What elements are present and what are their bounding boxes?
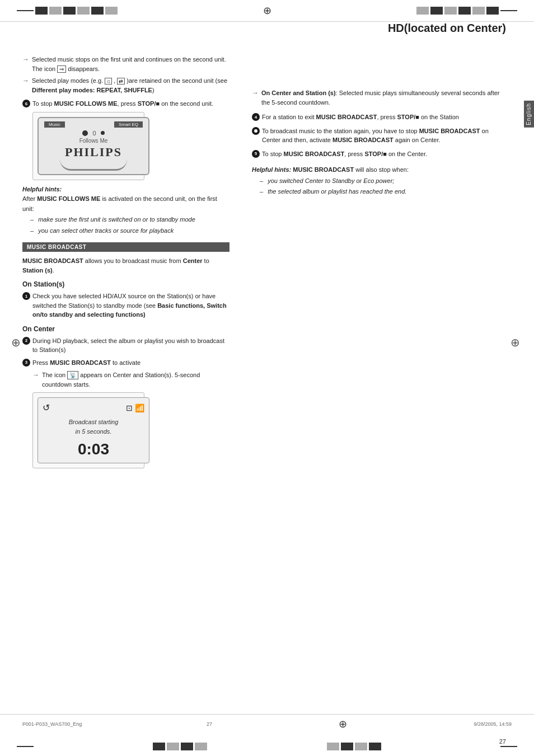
step-6-bold: MUSIC FOLLOWS ME: [54, 100, 118, 107]
arrow-symbol-2: →: [22, 77, 29, 84]
broadcast-from: Center: [183, 257, 203, 264]
broadcast-text-line1: Broadcast starting: [69, 419, 119, 425]
step-4-bold: MUSIC BROADCAST: [316, 114, 377, 120]
step-5-stop: STOP/: [364, 151, 383, 157]
broadcast-signal-icon: 📶: [135, 403, 144, 412]
dash2-2: –: [260, 187, 263, 197]
step-3-arrow-sub: → The icon 📡 appears on Center and Stati…: [32, 370, 229, 389]
step-6-circle: 6: [22, 100, 30, 107]
top-decorative-bar: ⊕: [0, 0, 534, 22]
broadcast-again-dot-inner: [254, 129, 257, 133]
step-5-text: To stop MUSIC BROADCAST, press STOP/■ on…: [262, 149, 506, 159]
step-5-circle: 5: [252, 150, 260, 158]
bottom-block-r1: [327, 743, 339, 750]
step-3: 3 Press MUSIC BROADCAST to activate: [22, 358, 229, 368]
hint2-sub-1-text: you switched Center to Standby or Eco po…: [268, 176, 394, 186]
compass-icon-top-center: ⊕: [261, 4, 273, 17]
bottom-block-r2: [341, 743, 353, 750]
hint2-sub-1: – you switched Center to Standby or Eco …: [260, 176, 506, 186]
display-dot-number: 0: [92, 130, 96, 137]
broadcast-again-dot: [252, 127, 260, 135]
step-4-stop: STOP/■: [397, 114, 419, 120]
bar-block-r4: [458, 7, 471, 15]
step-1-circle: 1: [22, 292, 30, 300]
arrow-bullet-1-text: Selected music stops on the first unit a…: [32, 55, 229, 73]
step-3-arrow-text: The icon 📡 appears on Center and Station…: [42, 370, 229, 389]
bottom-bar-blocks-right: [327, 743, 381, 750]
bottom-block-1: [153, 743, 165, 750]
broadcast-to: Station (s): [22, 267, 53, 274]
broadcast-display-box: ↺ ⊡ 📶 Broadcast starting in 5 seconds. 0…: [32, 392, 144, 468]
philips-display: Music Smart EQ 0 Follows Me PHILIPS: [38, 117, 149, 175]
shuffle-mode-icon: ⇄: [117, 78, 125, 84]
on-center-station-bold: On Center and Station (s): [261, 90, 336, 96]
bar-block-3: [63, 7, 76, 15]
step-3-circle: 3: [22, 359, 30, 367]
step-2-circle: 2: [22, 337, 30, 345]
top-bar-left: [17, 7, 118, 15]
step-3-bold: MUSIC BROADCAST: [50, 359, 111, 366]
bottom-line-left: [17, 746, 34, 747]
arrow-bullet-2: → Selected play modes (e.g. ♫ , ⇄ )are r…: [22, 76, 229, 95]
bottom-decorative-bar: [0, 743, 534, 750]
broadcast-text-line2: in 5 seconds.: [76, 428, 112, 435]
bar-block-r5: [472, 7, 485, 15]
step-6: 6 To stop MUSIC FOLLOWS ME, press STOP/■…: [22, 99, 229, 109]
arrow-bullet-2-bold: Different play modes: REPEAT, SHUFFLE: [32, 87, 152, 93]
music-tab: Music: [44, 121, 65, 128]
compass-icon-right: ⊕: [510, 336, 520, 349]
helpful-hints-title-2: Helpful hints:: [252, 166, 291, 173]
display-dot-left: [82, 130, 88, 136]
arrow-bullet-1: → Selected music stops on the first unit…: [22, 55, 229, 73]
hint-sub-2-text: you can select other tracks or source fo…: [38, 226, 174, 236]
bottom-block-2: [167, 743, 179, 750]
right-arrow-1-text: On Center and Station (s): Selected musi…: [261, 88, 506, 107]
broadcast-cycle-icon: ↺: [43, 402, 50, 413]
top-bar-right: [416, 7, 517, 15]
broadcast-antenna-icon: 📡: [67, 371, 78, 379]
top-line-right: [500, 10, 517, 11]
bar-block-r3: [444, 7, 457, 15]
right-arrow-symbol-1: →: [252, 89, 259, 97]
arrow-symbol-1: →: [22, 55, 29, 63]
arrow-bullet-2-text: Selected play modes (e.g. ♫ , ⇄ )are ret…: [32, 76, 229, 95]
bar-block-r2: [430, 7, 443, 15]
hint-sub-2: – you can select other tracks or source …: [30, 226, 229, 236]
dash-1: –: [30, 215, 34, 225]
compass-icon-left: ⊕: [11, 336, 21, 349]
step-4: 4 For a station to exit MUSIC BROADCAST,…: [252, 112, 506, 122]
step-1: 1 Check you have selected HD/AUX source …: [22, 292, 229, 320]
step-2-text: During HD playback, select the album or …: [32, 336, 229, 355]
bottom-block-4: [195, 743, 207, 750]
step-1-bold: Basic functions, Switch on/to standby an…: [32, 302, 227, 318]
bottom-bar-blocks-left: [153, 743, 207, 750]
bar-block-4: [77, 7, 90, 15]
broadcast-display-top: ↺ ⊡ 📶: [43, 402, 144, 413]
step-4-text: For a station to exit MUSIC BROADCAST, p…: [262, 112, 506, 122]
bar-block-5: [91, 7, 104, 15]
hint-sub-1-text: make sure the first unit is switched on …: [38, 215, 195, 225]
helpful-hints-title-1: Helpful hints:: [22, 186, 62, 192]
dash-2: –: [30, 226, 34, 236]
broadcast-display: ↺ ⊡ 📶 Broadcast starting in 5 seconds. 0…: [38, 397, 149, 463]
step-3-arrow-symbol: →: [32, 371, 39, 379]
step-6-text: To stop MUSIC FOLLOWS ME, press STOP/■ o…: [32, 99, 229, 109]
page: ⊕ English HD(located on Center) → Select…: [0, 0, 534, 756]
bottom-block-3: [181, 743, 193, 750]
step-3-text: Press MUSIC BROADCAST to activate: [32, 358, 229, 368]
step-5-bold: MUSIC BROADCAST: [284, 151, 345, 157]
music-follows-me-ref: MUSIC FOLLOWS ME: [37, 195, 100, 202]
device-display-box: Music Smart EQ 0 Follows Me PHILIPS: [32, 112, 144, 180]
broadcast-again-bullet: To broadcast music to the station again,…: [252, 126, 506, 145]
broadcast-intro-bold: MUSIC BROADCAST: [22, 257, 83, 264]
right-col-inner: → On Center and Station (s): Selected mu…: [252, 88, 506, 197]
transfer-icon: ⇒: [57, 65, 66, 73]
hint-sub-1: – make sure the first unit is switched o…: [30, 215, 229, 225]
footer-center: 27: [207, 721, 212, 727]
broadcast-again-text: To broadcast music to the station again,…: [262, 126, 506, 145]
section-header-broadcast: MUSIC BROADCAST: [22, 242, 229, 252]
step-1-text: Check you have selected HD/AUX source on…: [32, 292, 229, 320]
follows-me-label: Follows Me: [44, 138, 143, 144]
footer-left: P001-P033_WAS700_Eng: [22, 721, 82, 727]
music-mode-icon: ♫: [105, 78, 112, 84]
